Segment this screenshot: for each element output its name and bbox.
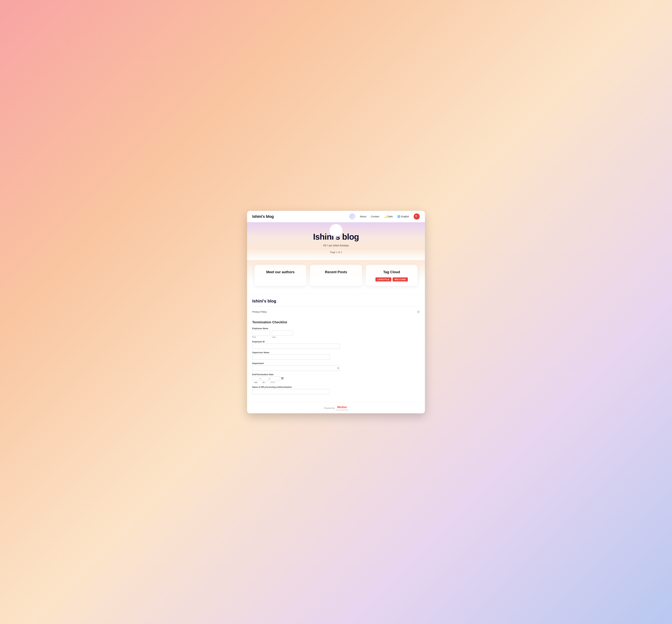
search-icon: 🔍 — [415, 215, 418, 218]
form-section: Termination Checklist Employee Name Firs… — [247, 317, 425, 402]
date-sep-2: / — [269, 378, 270, 380]
card-tags: Tag Cloud LIFESTYLE WELCOME — [366, 265, 418, 286]
tag-lifestyle[interactable]: LIFESTYLE — [375, 278, 391, 282]
exit-date-group: Exit/Termination Date / / 📅 MM DD YYYY — [252, 373, 420, 384]
employee-id-group: Employee ID — [252, 341, 420, 349]
dd-label: DD — [260, 382, 267, 384]
first-label: First — [252, 336, 270, 338]
nav-english[interactable]: 🌐 English — [397, 215, 409, 218]
employee-id-input[interactable] — [252, 344, 340, 349]
employee-name-label: Employee Name — [252, 327, 420, 330]
yyyy-label: YYYY — [268, 382, 277, 384]
nav-contact[interactable]: Contact — [371, 215, 379, 218]
footer-blog-title: Ishini's blog — [252, 299, 420, 304]
supervisor-name-input[interactable] — [252, 355, 330, 360]
department-label: Department — [252, 362, 420, 365]
footer-links: Privacy Policy ☉ — [252, 309, 420, 315]
hero-orb — [329, 224, 343, 237]
hero-page-info: Page 1 of 1 — [250, 251, 422, 254]
rss-icon: ☉ — [417, 310, 420, 314]
first-name-col: First — [252, 331, 270, 338]
date-yyyy-input[interactable] — [270, 376, 280, 381]
department-group: Department — [252, 362, 420, 371]
date-sep-1: / — [260, 378, 260, 380]
card-recent: Recent Posts — [310, 265, 362, 286]
navbar-brand[interactable]: Ishini's blog — [252, 214, 274, 219]
nav-about[interactable]: About — [360, 215, 366, 218]
mm-label: MM — [252, 382, 259, 384]
first-name-input[interactable] — [252, 331, 270, 336]
exit-date-label: Exit/Termination Date — [252, 373, 420, 376]
navbar-links: About Contact 🌙 Dark 🌐 English 🔍 — [349, 213, 420, 219]
last-name-col: Last — [272, 331, 293, 338]
supervisor-name-label: Supervisor Name — [252, 352, 420, 354]
card-tags-title: Tag Cloud — [370, 270, 414, 274]
moon-orb — [349, 213, 355, 219]
last-name-input[interactable] — [272, 331, 293, 336]
last-label: Last — [272, 336, 293, 338]
tag-welcome[interactable]: WELCOME — [393, 278, 408, 282]
powered-by: Powered by Wufoo by SurveyMonkey — [247, 402, 425, 413]
wufoo-logo[interactable]: Wufoo — [337, 406, 347, 409]
date-row: / / 📅 — [252, 376, 420, 381]
date-labels: MM DD YYYY — [252, 382, 420, 384]
hero-subtitle: Hi! I am Ishini Avindya — [250, 244, 422, 247]
privacy-policy-link[interactable]: Privacy Policy — [252, 311, 267, 313]
tag-cloud: LIFESTYLE WELCOME — [370, 278, 414, 282]
footer-divider — [252, 306, 420, 306]
name-row: First Last — [252, 331, 420, 338]
footer-blog: Ishini's blog Privacy Policy ☉ — [247, 294, 425, 317]
hr-name-label: Name of HR processing exit/termination — [252, 386, 420, 388]
browser-window: Ishini's blog About Contact 🌙 Dark 🌐 Eng… — [247, 211, 425, 413]
search-button[interactable]: 🔍 — [414, 213, 420, 219]
globe-icon: 🌐 — [397, 215, 400, 218]
department-select[interactable] — [252, 365, 340, 371]
powered-text: Powered by Wufoo by SurveyMonkey — [324, 406, 348, 411]
calendar-icon[interactable]: 📅 — [281, 377, 284, 380]
card-authors-title: Meet our authors — [258, 270, 302, 274]
moon-icon: 🌙 — [384, 215, 387, 218]
powered-label: Powered by — [324, 407, 335, 409]
supervisor-name-group: Supervisor Name — [252, 352, 420, 360]
hero-section: Ishini's blog Hi! I am Ishini Avindya Pa… — [247, 222, 425, 260]
card-authors: Meet our authors — [254, 265, 306, 286]
cards-section: Meet our authors Recent Posts Tag Cloud … — [247, 260, 425, 294]
nav-dark[interactable]: 🌙 Dark — [384, 215, 393, 218]
form-title: Termination Checklist — [252, 320, 420, 324]
employee-name-group: Employee Name First Last — [252, 327, 420, 338]
date-mm-input[interactable] — [252, 376, 259, 381]
wufoo-sub: by SurveyMonkey — [336, 409, 348, 411]
hr-name-group: Name of HR processing exit/termination — [252, 386, 420, 394]
date-dd-input[interactable] — [261, 376, 268, 381]
navbar: Ishini's blog About Contact 🌙 Dark 🌐 Eng… — [247, 211, 425, 222]
card-recent-title: Recent Posts — [314, 270, 358, 274]
employee-id-label: Employee ID — [252, 341, 420, 343]
hr-name-input[interactable] — [252, 389, 330, 394]
